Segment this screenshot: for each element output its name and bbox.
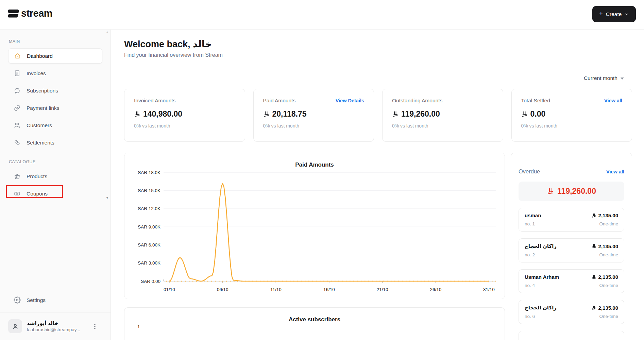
sidebar-item-label: Customers [27,122,52,129]
user-profile[interactable]: خالد أبوراشد k.aborashid@streampay... [0,312,111,340]
stream-logo-text: stream [21,8,52,19]
overdue-item-ref: no. 2 [525,252,535,257]
stat-card-label: Invoiced Amounts [134,98,175,104]
sidebar-item-subscriptions[interactable]: Subscriptions [8,83,102,98]
svg-text:01/10: 01/10 [164,287,175,292]
stat-card-label: Outstanding Amounts [392,98,442,104]
stat-card-paid: Paid Amounts View Details 20,118.75 0% v… [253,89,374,142]
overdue-title: Overdue [519,168,540,175]
view-details-link[interactable]: View Details [336,98,364,103]
page-subtitle: Find your financial overview from Stream [124,52,632,58]
sidebar-item-dashboard[interactable]: Dashboard [8,48,102,64]
period-selector[interactable]: Current month [584,75,624,81]
users-icon [14,122,21,129]
overdue-item[interactable]: راكان الحجاج 2,135.00 no. 2 One-time [519,238,624,262]
chevron-down-icon [625,12,629,16]
profile-name: خالد أبوراشد [27,320,80,327]
sidebar-item-payment-links[interactable]: Payment links [8,100,102,116]
sidebar-item-label: Settings [27,297,46,303]
sidebar-item-label: Dashboard [27,53,53,59]
stat-card-subtext: 0% vs last month [263,123,365,129]
overdue-item-amount: 2,135.00 [598,213,618,218]
overdue-total-value: 119,260.00 [557,187,596,196]
stat-card-label: Paid Amounts [263,98,296,104]
stat-card-subtext: 0% vs last month [392,123,493,129]
page-title: Welcome back, خالد [124,39,632,50]
svg-text:26/10: 26/10 [430,287,441,292]
riyal-currency-icon [547,188,554,195]
coupon-ticket-icon [14,190,21,197]
sidebar-section-catalogue: CATALOGUE [9,159,102,164]
stream-logo-icon [8,10,19,18]
svg-text:11/10: 11/10 [270,287,282,292]
stat-card-value: 140,980.00 [143,109,182,119]
overdue-item-amount: 2,135.00 [598,274,618,280]
riyal-currency-icon [592,244,596,249]
sync-arrows-icon [14,87,21,94]
overdue-item[interactable]: usman 2,135.00 no. 1 One-time [519,208,624,232]
stat-card-value: 20,118.75 [272,109,307,119]
create-button-label: Create [606,11,622,17]
plus-icon: + [599,11,603,17]
overdue-item-name: راكان الحجاج [525,305,557,311]
stat-card-outstanding: Outstanding Amounts 119,260.00 0% vs las… [382,89,503,142]
basket-icon [14,173,21,180]
stat-card-value: 119,260.00 [401,109,440,119]
create-button[interactable]: + Create [592,6,636,22]
kebab-menu-icon[interactable] [92,323,98,329]
svg-text:SAR 12.0K: SAR 12.0K [138,206,160,211]
overdue-total: 119,260.00 [519,182,624,201]
riyal-currency-icon [592,213,596,218]
svg-text:16/10: 16/10 [323,287,335,292]
coins-icon [14,139,21,146]
stat-cards-row: Invoiced Amounts 140,980.00 0% vs last m… [124,89,632,142]
riyal-currency-icon [392,111,399,117]
svg-text:SAR 9.00K: SAR 9.00K [138,224,160,230]
top-header: stream + Create [0,0,644,30]
main-content: Welcome back, خالد Find your financial o… [111,30,644,340]
overdue-item[interactable]: راكان الحجاج 2,135.00 no. 6 One-time [519,300,624,324]
sidebar-item-settings[interactable]: Settings [8,292,102,308]
svg-text:SAR 3.00K: SAR 3.00K [138,260,160,266]
overdue-item-name: Usman Arham [525,274,559,280]
y-axis-tick-label: 1 [137,324,140,329]
stream-logo: stream [8,8,52,19]
stat-card-invoiced: Invoiced Amounts 140,980.00 0% vs last m… [124,89,245,142]
overdue-item-ref: no. 6 [525,314,535,319]
riyal-currency-icon [592,305,596,310]
svg-text:SAR 0.00: SAR 0.00 [141,279,160,284]
overdue-item-partial[interactable] [519,331,624,340]
svg-text:21/10: 21/10 [377,287,388,292]
stat-card-subtext: 0% vs last month [134,123,235,129]
sidebar: ▲ ▼ MAIN Dashboard Invoices Subscription… [0,30,111,340]
overdue-item-name: usman [525,213,541,218]
person-icon [12,323,19,330]
sidebar-item-customers[interactable]: Customers [8,118,102,133]
overdue-item-type: One-time [599,221,618,226]
sidebar-item-label: Invoices [27,70,46,76]
overdue-item-type: One-time [599,252,618,257]
overdue-item-ref: no. 4 [525,283,535,288]
stat-card-total-settled: Total Settled View all 0.00 0% vs last m… [511,89,632,142]
riyal-currency-icon [134,111,140,117]
riyal-currency-icon [592,275,596,279]
stat-card-subtext: 0% vs last month [521,123,623,129]
riyal-currency-icon [521,111,528,117]
sidebar-item-settlements[interactable]: Settlements [8,135,102,150]
sidebar-section-main: MAIN [9,39,102,44]
invoice-document-icon [14,70,21,77]
sidebar-item-products[interactable]: Products [8,169,102,184]
sidebar-item-invoices[interactable]: Invoices [8,66,102,81]
svg-text:SAR 6.00K: SAR 6.00K [138,242,160,248]
stat-card-value: 0.00 [530,109,546,119]
view-all-link[interactable]: View all [606,169,624,174]
sidebar-item-label: Settlements [27,140,54,146]
sidebar-item-coupons[interactable]: Coupons [8,186,102,201]
profile-email: k.aborashid@streampay... [27,327,80,332]
overdue-item[interactable]: Usman Arham 2,135.00 no. 4 One-time [519,269,624,293]
overdue-item-ref: no. 1 [525,221,535,226]
view-all-link[interactable]: View all [604,98,622,103]
active-subscribers-chart-card: Active subscribers 1 [124,307,505,340]
avatar [8,319,22,333]
caret-down-icon [621,78,624,80]
